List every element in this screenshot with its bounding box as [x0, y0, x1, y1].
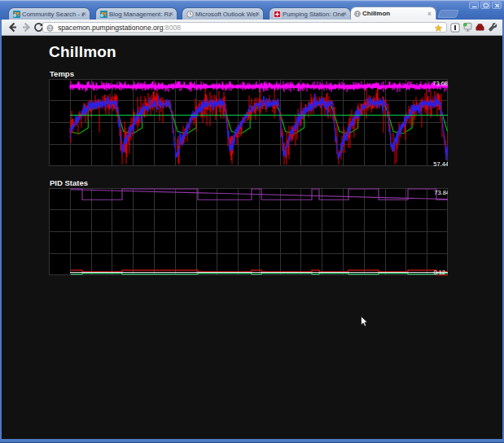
svg-text:57.44: 57.44: [433, 160, 448, 168]
svg-text:73.84: 73.84: [434, 189, 448, 196]
svg-text:0.12: 0.12: [433, 269, 445, 276]
svg-text:73.68: 73.68: [432, 80, 448, 87]
